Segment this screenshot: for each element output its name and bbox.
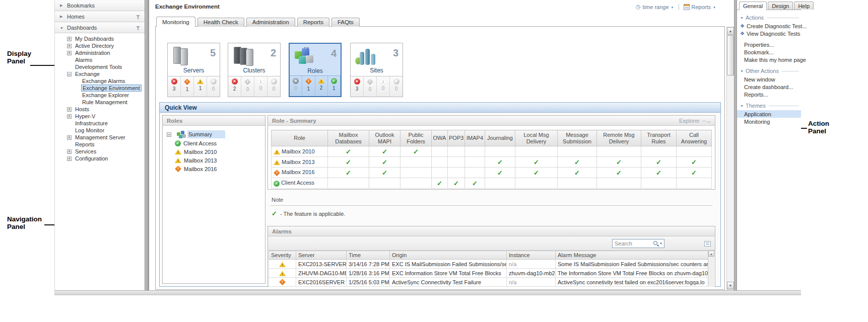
normal-status[interactable]: 0 (268, 76, 280, 97)
normal-status[interactable]: 0 (207, 76, 220, 97)
alarm-row[interactable]: EXC2016SERVER 1/25/16 5:03 PM ActiveSync… (269, 278, 708, 287)
nav-item-alarms[interactable]: Alarms (55, 56, 145, 63)
column-header[interactable]: Public Folders (400, 130, 432, 146)
warning-status[interactable]: 0 (254, 76, 268, 97)
expand-plus-icon[interactable]: + (67, 44, 72, 48)
expand-plus-icon[interactable]: + (67, 149, 72, 154)
tab-reports[interactable]: Reports (297, 18, 329, 27)
nav-item-my-dashboards[interactable]: +My Dashboards (55, 35, 145, 42)
search-icon[interactable] (653, 240, 659, 247)
action-properties[interactable]: Properties... (737, 41, 801, 48)
column-header[interactable]: Call Answering (677, 130, 712, 146)
nav-section-bookmarks[interactable]: ▶ Bookmarks (55, 0, 145, 11)
explorer-link[interactable]: Explorer ···→ (679, 118, 711, 124)
chevron-down-icon[interactable]: ▼ (713, 5, 716, 9)
search-dropdown-icon[interactable]: ▼ (659, 242, 664, 245)
column-header[interactable]: Mailbox Databases (328, 130, 369, 146)
tab-help[interactable]: Help (794, 2, 814, 10)
tab-health-check[interactable]: Health Check (197, 18, 244, 27)
column-header[interactable]: Local Msg Delivery (515, 130, 558, 146)
nav-main-splitter[interactable] (145, 0, 149, 290)
critical-status[interactable]: 0 (241, 76, 254, 97)
theme-application[interactable]: Application (737, 110, 801, 118)
column-header[interactable]: Transport Rules (641, 130, 677, 146)
fatal-status[interactable]: 2 (228, 76, 241, 97)
expand-plus-icon[interactable]: + (67, 114, 72, 119)
column-header[interactable]: Outlook MAPI (369, 130, 400, 146)
scroll-up-icon[interactable]: ▲ (708, 251, 714, 257)
nav-item-rule-management[interactable]: Rule Management (55, 99, 145, 106)
nav-item-services[interactable]: +Services (55, 148, 145, 155)
nav-section-homes[interactable]: ▶ Homes (55, 11, 145, 22)
column-header[interactable]: IMAP4 (465, 130, 485, 146)
section-other-actions[interactable]: ▼ Other Actions (740, 68, 799, 74)
time-range-button[interactable]: time range (643, 4, 669, 10)
action-reports[interactable]: Reports... (737, 91, 801, 98)
column-header[interactable]: Journaling (485, 130, 515, 146)
chevron-down-icon[interactable]: ▼ (671, 5, 674, 9)
column-header[interactable]: Server (296, 251, 347, 260)
column-header[interactable]: Instance (507, 251, 556, 260)
nav-item-management-server[interactable]: +Management Server (55, 134, 145, 141)
column-header[interactable]: Time (347, 251, 390, 260)
roles-tree-item-client-access[interactable]: Client Access (175, 139, 265, 147)
warning-status[interactable]: 0 (377, 76, 390, 97)
nav-item-reports[interactable]: Reports (55, 141, 145, 148)
roles-tree-root[interactable]: − Summary (167, 130, 265, 139)
fatal-status[interactable]: 3 (168, 76, 181, 97)
expand-plus-icon[interactable]: + (67, 107, 72, 112)
warning-status[interactable]: 1 (194, 76, 207, 97)
column-header[interactable]: Alarm Message (556, 251, 708, 260)
tab-faqts[interactable]: FAQts (331, 18, 360, 27)
fatal-status[interactable]: 0 (290, 76, 302, 96)
column-header[interactable]: Severity (269, 251, 296, 260)
nav-item-infrastructure[interactable]: Infrastructure (55, 120, 145, 127)
scroll-up-button[interactable]: ▲ (727, 27, 734, 35)
normal-status[interactable]: 0 (390, 76, 403, 97)
expand-plus-icon[interactable]: + (67, 156, 72, 161)
nav-item-configuration[interactable]: +Configuration (55, 155, 145, 162)
column-header[interactable]: OWA (432, 130, 448, 146)
nav-item-exchange-alarms[interactable]: Exchange Alarms (55, 77, 145, 85)
roles-tree-item-mailbox-2016[interactable]: Mailbox 2016 (175, 165, 265, 173)
theme-monitoring[interactable]: Monitoring (737, 118, 801, 125)
fatal-status[interactable]: 3 (351, 76, 364, 97)
tile-servers[interactable]: 5 Servers 3 1 1 0 (167, 43, 220, 97)
action-create-dashboard[interactable]: Create dashboard... (737, 83, 801, 91)
tile-clusters[interactable]: 2 Clusters 2 0 0 0 (228, 43, 281, 97)
critical-status[interactable]: 1 (302, 76, 315, 96)
roles-tree-item-mailbox-2013[interactable]: Mailbox 2013 (175, 156, 265, 165)
section-actions[interactable]: ▼ Actions (740, 15, 799, 21)
critical-status[interactable]: 0 (364, 76, 377, 97)
tab-design[interactable]: Design (768, 2, 793, 10)
nav-section-dashboards[interactable]: ▼ Dashboards (55, 22, 145, 33)
nav-item-active-directory[interactable]: +Active Directory (55, 42, 145, 49)
scroll-down-button[interactable]: ▼ (727, 282, 734, 289)
nav-item-hyper-v[interactable]: +Hyper-V (55, 113, 145, 120)
tab-general[interactable]: General (739, 2, 767, 10)
expand-plus-icon[interactable]: + (67, 135, 72, 140)
tile-roles[interactable]: EX 4 Roles 0 1 2 1 (289, 43, 342, 97)
table-customizer-icon[interactable] (704, 241, 711, 247)
column-header[interactable]: Remote Msg Delivery (597, 130, 641, 146)
nav-item-exchange-environment[interactable]: Exchange Environment (55, 85, 145, 92)
nav-item-exchange-explorer[interactable]: Exchange Explorer (55, 92, 145, 99)
filter-icon[interactable] (136, 15, 141, 19)
action-bookmark[interactable]: Bookmark... (737, 48, 801, 56)
action-new-window[interactable]: New window (737, 75, 801, 83)
action-make-home-page[interactable]: Make this my home page (737, 56, 801, 63)
action-create-diagnostic-test[interactable]: ❖ Create Diagnostic Test... (737, 22, 801, 30)
main-scrollbar[interactable]: ▲ ▼ (726, 27, 735, 290)
tab-administration[interactable]: Administration (246, 18, 295, 27)
alarm-row[interactable]: EXC2013-SERVER 3/14/16 7:28 PM EXC IS Ma… (269, 260, 708, 269)
expand-plus-icon[interactable]: + (67, 37, 72, 41)
nav-item-administration[interactable]: +Administration (55, 49, 145, 56)
nav-item-development-tools[interactable]: Development Tools (55, 63, 145, 70)
section-themes[interactable]: ▼ Themes (740, 103, 799, 109)
collapse-minus-icon[interactable]: − (167, 132, 171, 137)
alarm-row[interactable]: ZHUVM-DAG10-MB2 1/28/16 3:16 PM EXC Info… (269, 269, 708, 278)
normal-status[interactable]: 1 (328, 76, 341, 96)
column-header[interactable]: Origin (390, 251, 507, 260)
alarms-table-scrollbar[interactable]: ▲ (708, 251, 714, 287)
warning-status[interactable]: 2 (315, 76, 328, 96)
